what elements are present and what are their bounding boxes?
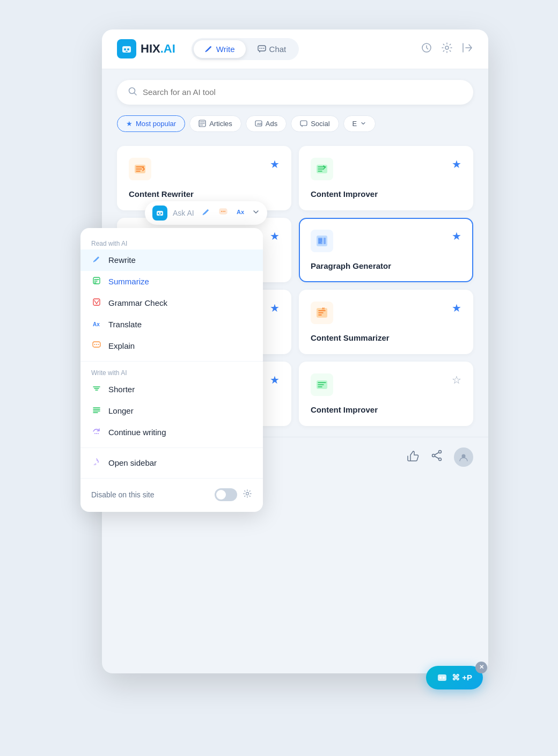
explain-icon [91, 341, 102, 351]
tool-icon-improver-2 [311, 373, 333, 396]
rewrite-icon [91, 255, 102, 266]
toolbar-pencil-icon[interactable] [200, 205, 212, 221]
settings-icon[interactable] [441, 42, 453, 56]
tool-icon-content-sum: AI [311, 302, 333, 324]
filter-articles[interactable]: Articles [189, 115, 241, 132]
menu-item-open-sidebar[interactable]: Open sidebar [80, 452, 263, 474]
fab-button[interactable]: ✕ ⌘ +P [426, 666, 483, 689]
menu-divider-2 [80, 447, 263, 448]
toolbar-translate-icon[interactable]: Ax [234, 205, 248, 221]
star-improver-2[interactable]: ☆ [452, 373, 461, 386]
continue-writing-icon [91, 427, 102, 438]
menu-footer: Disable on this site [80, 483, 263, 503]
star-summarizer[interactable]: ★ [270, 230, 280, 243]
settings-gear-icon[interactable] [243, 489, 252, 501]
share-icon[interactable] [430, 449, 443, 465]
explain-label: Explain [108, 341, 135, 350]
star-generator[interactable]: ★ [270, 302, 280, 314]
menu-item-rewrite[interactable]: Rewrite [80, 249, 263, 271]
toggle-container [215, 488, 252, 501]
menu-item-explain[interactable]: Explain [80, 335, 263, 357]
svg-point-49 [246, 492, 249, 495]
tool-card-content-improver-1[interactable]: ★ Content Improver [299, 146, 473, 210]
menu-item-grammar[interactable]: Grammar Check [80, 292, 263, 314]
search-container [102, 69, 488, 111]
fab-shortcut: ⌘ +P [452, 673, 472, 682]
svg-rect-40 [93, 299, 100, 305]
svg-point-45 [98, 344, 99, 345]
svg-text:AI: AI [322, 307, 325, 310]
summarize-icon [91, 276, 102, 287]
svg-point-9 [445, 46, 449, 49]
svg-point-47 [96, 433, 97, 434]
menu-item-shorter[interactable]: Shorter [80, 379, 263, 400]
star-improver-1[interactable]: ★ [452, 158, 461, 171]
menu-item-summarize[interactable]: Summarize [80, 271, 263, 292]
svg-point-32 [160, 212, 162, 214]
svg-point-26 [439, 451, 442, 453]
star-email[interactable]: ★ [270, 373, 280, 386]
translate-label: Translate [108, 320, 142, 329]
svg-point-51 [439, 677, 442, 679]
svg-rect-14 [300, 121, 307, 126]
tab-chat[interactable]: Chat [247, 40, 297, 58]
star-content-sum[interactable]: ★ [452, 302, 461, 314]
fab-close-icon[interactable]: ✕ [475, 662, 487, 673]
tool-card-content-summarizer[interactable]: AI ★ Content Summarizer [299, 290, 473, 354]
svg-point-46 [94, 433, 96, 434]
svg-rect-3 [126, 51, 128, 52]
menu-divider-3 [80, 478, 263, 479]
tool-icon-rewriter [129, 158, 151, 180]
svg-text:Ax: Ax [237, 209, 245, 215]
tool-name-improver-1: Content Improver [311, 189, 461, 199]
menu-item-translate[interactable]: Ax Translate [80, 314, 263, 335]
tool-name-paragraph-gen: Paragraph Generator [311, 261, 461, 270]
svg-text:AD: AD [257, 122, 262, 126]
disable-toggle[interactable] [215, 488, 237, 501]
shorter-icon [91, 384, 102, 395]
tool-icon-paragraph [311, 230, 333, 252]
svg-text:Ax: Ax [93, 321, 100, 327]
svg-point-27 [432, 454, 435, 457]
tab-write[interactable]: Write [194, 40, 246, 58]
floating-toolbar: Ask AI Ax [145, 201, 267, 225]
rewrite-label: Rewrite [108, 255, 136, 265]
filter-more[interactable]: E [343, 115, 376, 132]
logo: HIX.AI [117, 39, 175, 58]
translate-icon: Ax [91, 319, 102, 330]
tool-card-content-improver-2[interactable]: ☆ Content Improver [299, 362, 473, 426]
longer-label: Longer [108, 406, 134, 415]
menu-item-longer[interactable]: Longer [80, 400, 263, 422]
svg-point-6 [261, 48, 262, 49]
tool-card-content-rewriter[interactable]: ★ Content Rewriter [117, 146, 291, 210]
thumbs-up-icon[interactable] [407, 449, 420, 465]
filter-social[interactable]: Social [291, 115, 339, 132]
menu-item-continue-writing[interactable]: Continue writing [80, 422, 263, 443]
svg-rect-50 [438, 674, 446, 681]
tool-name-rewriter: Content Rewriter [129, 189, 280, 199]
tab-group: Write Chat [192, 38, 299, 60]
user-avatar[interactable] [454, 447, 473, 467]
star-paragraph-gen[interactable]: ★ [452, 230, 461, 243]
search-bar [117, 80, 473, 105]
history-icon[interactable] [421, 42, 432, 56]
write-section-label: Write with AI [80, 366, 263, 379]
star-rewriter[interactable]: ★ [270, 158, 280, 171]
toolbar-chat-icon[interactable] [217, 205, 230, 221]
menu-divider-1 [80, 361, 263, 362]
search-input[interactable] [143, 87, 462, 97]
toolbar-chevron-icon[interactable] [252, 208, 260, 217]
svg-point-36 [223, 211, 224, 212]
filter-most-popular[interactable]: ★ Most popular [117, 115, 185, 132]
svg-point-48 [98, 433, 99, 434]
tool-card-paragraph-generator[interactable]: ★ Paragraph Generator [299, 218, 473, 282]
bottom-actions [407, 447, 473, 467]
svg-point-52 [443, 677, 445, 679]
filter-ads[interactable]: AD Ads [246, 115, 287, 132]
disable-label: Disable on this site [91, 490, 155, 499]
exit-icon[interactable] [461, 42, 473, 56]
grammar-icon [91, 298, 102, 309]
svg-point-43 [94, 344, 96, 345]
svg-point-35 [221, 211, 222, 212]
svg-point-44 [96, 344, 97, 345]
